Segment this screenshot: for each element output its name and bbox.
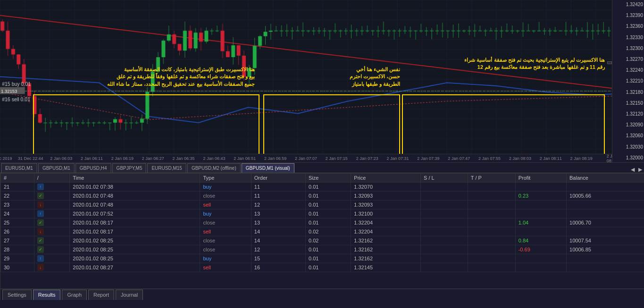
- price-level: 1.32090: [613, 122, 643, 127]
- bottom-tab-graph[interactable]: Graph: [62, 290, 87, 300]
- bottom-tab-report[interactable]: Report: [88, 290, 114, 300]
- cell-balance: [567, 183, 644, 191]
- cell-type: close: [200, 191, 251, 200]
- cell-num: 23: [1, 200, 34, 209]
- cell-price: 1.32145: [351, 263, 421, 272]
- results-area: #/TimeTypeOrderSizePriceS / LT / PProfit…: [0, 173, 644, 289]
- price-level: 1.32420: [613, 2, 643, 7]
- cell-profit: 1.04: [515, 218, 566, 227]
- cell-price: 1.32070: [351, 183, 421, 191]
- cell-num: 26: [1, 227, 34, 236]
- cell-balance: [567, 254, 644, 263]
- chart-tab[interactable]: GBPUSD,H4: [75, 163, 111, 173]
- cell-order: 11: [251, 183, 305, 191]
- cell-price: 1.32100: [351, 209, 421, 218]
- cell-order: 16: [251, 263, 305, 272]
- cell-size: 0.01: [305, 183, 351, 191]
- bottom-tab-journal[interactable]: Journal: [116, 290, 143, 300]
- cell-size: 0.02: [305, 236, 351, 245]
- cell-size: 0.01: [305, 200, 351, 209]
- cell-type: sell: [200, 263, 251, 272]
- cell-time: 2020.01.02 07:52: [70, 209, 200, 218]
- cell-tp: [468, 245, 515, 254]
- time-label: 2 Jan 07:07: [295, 156, 317, 161]
- column-header: Price: [351, 174, 421, 183]
- cell-price: 1.32204: [351, 227, 421, 236]
- cell-profit: -0.69: [515, 245, 566, 254]
- cell-sl: [421, 218, 468, 227]
- cell-type: close: [200, 218, 251, 227]
- time-label: 2 Jan 08:11: [540, 156, 562, 161]
- cell-icon: ↓: [34, 227, 70, 236]
- cell-size: 0.01: [305, 254, 351, 263]
- table-row: 25 ✓ 2020.01.02 08:17 close 13 0.01 1.32…: [1, 218, 644, 227]
- price-level: 1.32000: [613, 155, 643, 160]
- time-label: 2 Jan 07:55: [478, 156, 501, 161]
- cell-price: 1.32162: [351, 254, 421, 263]
- table-row: 24 ↑ 2020.01.02 07:52 buy 13 0.01 1.3210…: [1, 209, 644, 218]
- cell-profit: [515, 254, 566, 263]
- cell-icon: ↑: [34, 209, 70, 218]
- price-level: 1.32210: [613, 78, 643, 83]
- time-label: 2 Jan 07:23: [356, 156, 378, 161]
- table-row: 30 ↓ 2020.01.02 08:27 sell 16 0.01 1.321…: [1, 263, 644, 272]
- cell-profit: [515, 200, 566, 209]
- cell-size: 0.01: [305, 209, 351, 218]
- cell-sl: [421, 227, 468, 236]
- time-label: 2 Jan 06:59: [264, 156, 286, 161]
- price-level: 1.32180: [613, 90, 643, 95]
- cell-num: 30: [1, 263, 34, 272]
- chart-tab[interactable]: GBPJPY,M5: [112, 163, 147, 173]
- table-row: 29 ↑ 2020.01.02 08:25 buy 15 0.01 1.3216…: [1, 254, 644, 263]
- chart-tab[interactable]: GBPUSD,M2 (offline): [187, 163, 241, 173]
- column-header: S / L: [421, 174, 468, 183]
- cell-tp: [468, 254, 515, 263]
- cell-profit: [515, 263, 566, 272]
- cell-type: close: [200, 245, 251, 254]
- results-table: #/TimeTypeOrderSizePriceS / LT / PProfit…: [0, 173, 644, 272]
- chart-tab[interactable]: EURUSD,M1: [1, 163, 37, 173]
- price-level: 1.32240: [613, 67, 643, 73]
- column-header: /: [34, 174, 70, 183]
- time-label: 2 Jan 06:43: [203, 156, 225, 161]
- cell-icon: ↓: [34, 263, 70, 272]
- cell-num: 27: [1, 236, 34, 245]
- cell-size: 0.01: [305, 245, 351, 254]
- chart-tab[interactable]: GBPUSD,M1: [38, 163, 75, 173]
- tab-scroll-left[interactable]: ◀: [629, 166, 636, 173]
- chart-canvas: [0, 0, 644, 162]
- bottom-tab-results[interactable]: Results: [33, 290, 61, 300]
- tab-scroll-right[interactable]: ▶: [636, 166, 644, 173]
- vertical-scale-button[interactable]: [607, 61, 612, 64]
- cell-size: 0.01: [305, 191, 351, 200]
- cell-balance: [567, 200, 644, 209]
- chart-tab[interactable]: EURUSD,M15: [147, 163, 186, 173]
- time-label: 2 Jan 06:35: [173, 156, 195, 161]
- cell-num: 24: [1, 209, 34, 218]
- time-axis: 31 Dec 201931 Dec 22:442 Jan 06:032 Jan …: [0, 154, 612, 162]
- price-level: 1.32030: [613, 144, 643, 150]
- cell-num: 28: [1, 245, 34, 254]
- price-level: 1.32060: [613, 133, 643, 138]
- table-row: 27 ✓ 2020.01.02 08:25 close 14 0.02 1.32…: [1, 236, 644, 245]
- chart-tab[interactable]: GBPUSD,M1 (visual): [242, 163, 294, 173]
- cell-size: 0.01: [305, 218, 351, 227]
- table-row: 21 ↑ 2020.01.02 07:38 buy 11 0.01 1.3207…: [1, 183, 644, 191]
- time-label: 2 Jan 08:27: [607, 154, 612, 162]
- cell-balance: 10007.54: [567, 236, 644, 245]
- cell-balance: [567, 227, 644, 236]
- cell-tp: [468, 183, 515, 191]
- table-container[interactable]: #/TimeTypeOrderSizePriceS / LT / PProfit…: [0, 173, 644, 289]
- cell-tp: [468, 218, 515, 227]
- cell-price: 1.32093: [351, 200, 421, 209]
- cell-price: 1.32093: [351, 191, 421, 200]
- cell-order: 14: [251, 236, 305, 245]
- cell-sl: [421, 191, 468, 200]
- cell-num: 22: [1, 191, 34, 200]
- bottom-tab-settings[interactable]: Settings: [2, 290, 32, 300]
- price-level: 1.32330: [613, 35, 643, 40]
- cell-balance: 10006.85: [567, 245, 644, 254]
- price-level: 1.32300: [613, 46, 643, 51]
- cell-sl: [421, 236, 468, 245]
- cell-profit: 0.84: [515, 236, 566, 245]
